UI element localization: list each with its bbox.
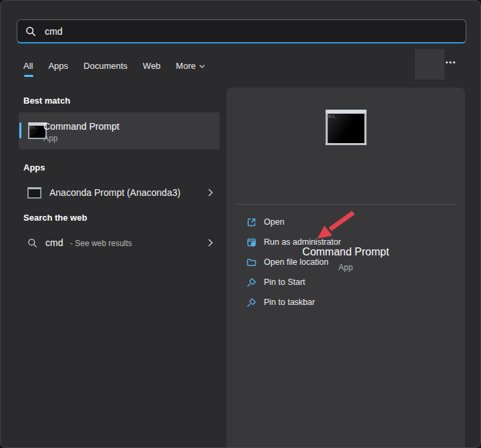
best-match-subtitle: App xyxy=(43,133,120,144)
action-run-as-administrator[interactable]: Run as administrator xyxy=(226,232,465,252)
pin-icon xyxy=(247,298,257,308)
filter-tabs: All Apps Documents Web More xyxy=(23,61,205,77)
more-options-button[interactable]: ••• xyxy=(446,59,457,66)
anaconda-prompt-icon xyxy=(27,187,41,199)
search-icon xyxy=(25,26,36,37)
web-section-heading: Search the web xyxy=(23,213,87,223)
decorative-tile xyxy=(415,49,444,80)
search-bar[interactable] xyxy=(17,19,466,43)
tab-more-label: More xyxy=(176,61,196,71)
action-label: Pin to Start xyxy=(264,277,305,287)
search-icon xyxy=(27,238,37,248)
action-pin-to-taskbar[interactable]: Pin to taskbar xyxy=(226,292,465,312)
tab-web-label: Web xyxy=(143,61,161,71)
action-label: Open file location xyxy=(264,257,329,267)
divider xyxy=(236,204,456,205)
pin-icon xyxy=(247,277,257,288)
list-item-web-search[interactable]: cmd - See web results xyxy=(19,231,220,255)
tab-documents-label: Documents xyxy=(84,61,128,71)
action-label: Run as administrator xyxy=(264,237,341,247)
tab-documents[interactable]: Documents xyxy=(84,61,128,77)
chevron-right-icon[interactable] xyxy=(208,189,213,197)
start-search-flyout: All Apps Documents Web More ••• Best mat… xyxy=(0,0,481,448)
best-match-item-command-prompt[interactable]: C:\_ Command Prompt App xyxy=(19,112,220,149)
best-match-title: Command Prompt xyxy=(43,120,120,132)
tab-all[interactable]: All xyxy=(23,61,33,77)
tab-all-label: All xyxy=(23,61,33,71)
action-label: Pin to taskbar xyxy=(264,298,315,307)
folder-icon xyxy=(247,257,257,267)
best-match-heading: Best match xyxy=(23,96,70,106)
open-external-icon xyxy=(247,217,257,227)
command-prompt-icon-large: C:\_ xyxy=(325,110,366,145)
selection-indicator xyxy=(19,122,21,138)
tab-more[interactable]: More xyxy=(176,61,205,77)
web-search-suffix: - See web results xyxy=(70,239,132,248)
run-as-admin-icon xyxy=(247,237,257,247)
tab-apps-label: Apps xyxy=(48,61,68,71)
chevron-right-icon[interactable] xyxy=(208,239,213,247)
apps-section-heading: Apps xyxy=(23,162,45,173)
action-list: Open Run as administrator Open file loca… xyxy=(226,212,465,312)
search-input[interactable] xyxy=(43,25,458,37)
preview-panel: C:\_ Command Prompt App Open Run as a xyxy=(226,88,465,448)
list-item-anaconda-prompt[interactable]: Anaconda Prompt (Anaconda3) xyxy=(19,181,220,205)
chevron-down-icon xyxy=(199,64,205,68)
action-open-file-location[interactable]: Open file location xyxy=(226,252,465,272)
action-label: Open xyxy=(264,217,285,227)
action-open[interactable]: Open xyxy=(226,212,465,232)
active-tab-underline xyxy=(24,75,33,77)
tab-apps[interactable]: Apps xyxy=(48,61,68,77)
list-item-label: Anaconda Prompt (Anaconda3) xyxy=(49,187,200,198)
web-search-query: cmd xyxy=(45,237,63,248)
tab-web[interactable]: Web xyxy=(143,61,161,77)
action-pin-to-start[interactable]: Pin to Start xyxy=(226,272,465,292)
